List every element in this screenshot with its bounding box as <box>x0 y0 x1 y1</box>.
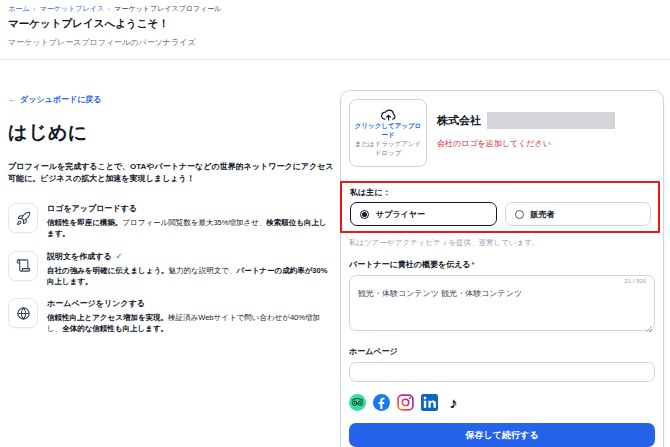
feature-description: 信頼性向上とアクセス増加を実現。検証済みWebサイトで問い合わせが40%増加し、… <box>47 312 334 335</box>
upload-cta-label: クリックしてアップロード <box>353 122 423 140</box>
social-links-row: ♪ <box>349 394 655 411</box>
feature-title: ロゴをアップロードする <box>47 203 334 214</box>
page-title: マーケットプレイスへようこそ！ <box>8 17 169 31</box>
intro-paragraph: プロフィールを完成することで、OTAやパートナーなどの世界的ネットワークにアクセ… <box>8 161 334 186</box>
feature-description: 自社の強みを明確に伝えましょう。魅力的な説明文で、パートナーの成約率が30%向上… <box>47 265 334 288</box>
homepage-field-label: ホームページ <box>349 346 655 357</box>
radio-unselected-icon <box>515 210 524 219</box>
tripadvisor-icon[interactable] <box>349 394 366 411</box>
role-option-label: 販売者 <box>531 209 555 220</box>
scroll-icon <box>8 251 38 281</box>
page-subtitle: マーケットプレースプロフィールのパーソナライズ <box>8 37 196 48</box>
feature-upload-logo: ロゴをアップロードする 信頼性を即座に構築。プロフィール閲覧数を最大35%増加さ… <box>8 203 334 240</box>
upload-hint-label: またはドラッグアンドドロップ <box>353 140 423 158</box>
breadcrumb-marketplace[interactable]: マーケットプレイス <box>40 4 104 14</box>
rocket-icon <box>8 203 38 233</box>
feature-list: ロゴをアップロードする 信頼性を即座に構築。プロフィール閲覧数を最大35%増加さ… <box>8 203 334 335</box>
required-asterisk: * <box>472 260 475 269</box>
cloud-upload-icon <box>380 108 397 122</box>
breadcrumb-current: マーケットプレイスプロフィール <box>114 4 221 14</box>
breadcrumb: ホーム › マーケットプレイス › マーケットプレイスプロフィール <box>8 4 221 14</box>
getting-started-heading: はじめに <box>8 120 88 146</box>
check-icon: ✓ <box>116 252 123 261</box>
logo-upload-dropzone[interactable]: クリックしてアップロード またはドラッグアンドドロップ <box>349 99 427 167</box>
linkedin-icon[interactable] <box>421 394 438 411</box>
back-link-label: ダッシュボードに戻る <box>20 94 102 105</box>
breadcrumb-home[interactable]: ホーム <box>8 4 29 14</box>
feature-description: 信頼性を即座に構築。プロフィール閲覧数を最大35%増加させ、検索順位も向上します… <box>47 217 334 240</box>
feature-link-homepage: ホームページをリンクする 信頼性向上とアクセス増加を実現。検証済みWebサイトで… <box>8 298 334 335</box>
back-arrow-icon: ← <box>8 95 16 104</box>
save-and-continue-button[interactable]: 保存して続行する <box>349 423 655 447</box>
logo-warning-text: 会社のロゴを追加してください <box>437 138 615 149</box>
globe-icon <box>8 298 38 328</box>
char-counter: 21 / 500 <box>624 278 646 284</box>
redacted-company-name <box>487 112 615 129</box>
role-option-supplier[interactable]: サプライヤー <box>350 202 497 226</box>
role-option-label: サプライヤー <box>376 209 425 220</box>
homepage-input[interactable] <box>349 362 655 382</box>
header-divider <box>0 59 670 60</box>
marketplace-welcome-page: ホーム › マーケットプレイス › マーケットプレイスプロフィール マーケットプ… <box>0 0 670 447</box>
role-question-label: 私は主に： <box>350 187 651 198</box>
feature-title: 説明文を作成する✓ <box>47 251 334 262</box>
breadcrumb-separator: › <box>33 6 35 13</box>
profile-card: クリックしてアップロード またはドラッグアンドドロップ 株式会社 会社のロゴを追… <box>340 90 664 447</box>
about-field-label: パートナーに貴社の概要を伝える* <box>349 259 655 270</box>
instagram-icon[interactable] <box>397 394 414 411</box>
role-section-highlight: 私は主に： サプライヤー 販売者 <box>340 181 660 233</box>
feature-write-description: 説明文を作成する✓ 自社の強みを明確に伝えましょう。魅力的な説明文で、パートナー… <box>8 251 334 288</box>
breadcrumb-separator: › <box>108 6 110 13</box>
back-to-dashboard-link[interactable]: ← ダッシュボードに戻る <box>8 94 102 105</box>
company-name: 株式会社 <box>437 113 481 128</box>
role-option-reseller[interactable]: 販売者 <box>505 202 652 226</box>
tiktok-icon[interactable]: ♪ <box>445 394 462 411</box>
company-about-textarea[interactable]: 観光・体験コンテンツ 観光・体験コンテンツ <box>349 275 655 331</box>
facebook-icon[interactable] <box>373 394 390 411</box>
role-helper-text: 私はツアーやアクティビティを提供、運営しています。 <box>349 238 655 248</box>
feature-title: ホームページをリンクする <box>47 298 334 309</box>
radio-selected-icon <box>360 210 369 219</box>
